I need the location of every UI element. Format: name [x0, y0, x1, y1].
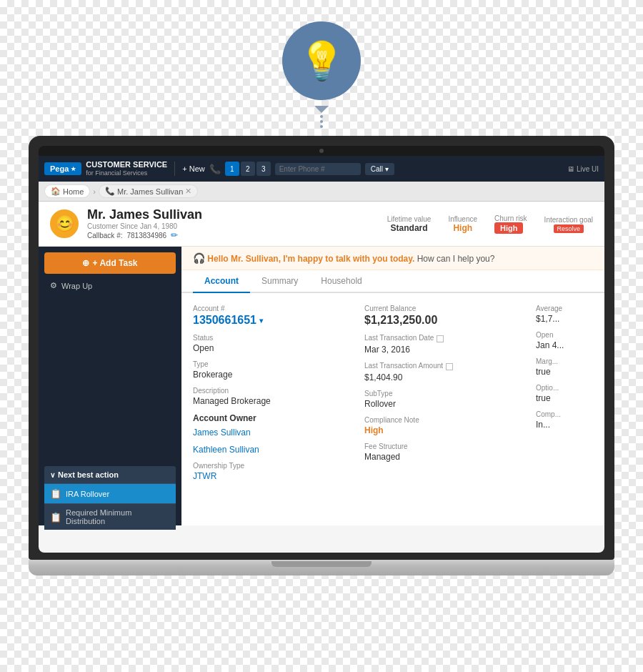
laptop-camera: [319, 149, 324, 153]
margin-value: true: [536, 367, 593, 377]
wrap-up-label: Wrap Up: [61, 282, 92, 290]
account-number-value: 1350661651: [193, 314, 256, 327]
greeting-suffix: How can I help you?: [417, 254, 495, 264]
new-button[interactable]: + New: [182, 164, 205, 173]
breadcrumb-close-icon[interactable]: ✕: [185, 187, 191, 196]
tabs-bar: Account Summary Household: [181, 270, 604, 293]
ownership-type-label: Ownership Type: [193, 462, 347, 470]
tab-summary[interactable]: Summary: [250, 270, 309, 293]
callback-number: 7813834986: [126, 232, 166, 239]
greeting-bar: 🎧 Hello Mr. Sullivan, I'm happy to talk …: [181, 247, 604, 270]
customer-meta: Lifetime value Standard Influence High C…: [387, 214, 593, 234]
pega-text: Pega: [50, 164, 69, 173]
subtype-value: Rollover: [364, 399, 519, 409]
lightbulb-section: 💡: [282, 21, 361, 128]
lightbulb-circle: 💡: [282, 21, 361, 100]
lifetime-value-label: Lifetime value: [387, 215, 432, 223]
description-label: Description: [193, 387, 347, 395]
action-item-ira[interactable]: 📋 IRA Rollover: [44, 483, 176, 503]
last-tx-amount-row: Last Transaction Amount: [364, 362, 519, 371]
last-tx-amount-checkbox[interactable]: [446, 363, 453, 370]
lifetime-value: Standard: [387, 223, 432, 233]
nav-divider: [174, 162, 175, 176]
account-content: Account # 1350661651 ▾ Status Open Type …: [181, 293, 604, 500]
add-task-button[interactable]: ⊕ + Add Task: [44, 252, 176, 274]
last-tx-date-value: Mar 3, 2016: [364, 345, 519, 355]
last-tx-date-checkbox[interactable]: [437, 335, 444, 342]
avg-label: Average: [536, 305, 593, 312]
account-number: 1350661651 ▾: [193, 314, 347, 327]
account-col-left: Account # 1350661651 ▾ Status Open Type …: [193, 305, 347, 488]
owner-kathleen[interactable]: Kathleen Sullivan: [193, 445, 347, 455]
option-label: Optio...: [536, 384, 593, 392]
next-action-label: Next best action: [58, 470, 119, 479]
top-nav: Pega ★ CUSTOMER SERVICE for Financial Se…: [39, 156, 604, 182]
laptop-screen-bezel: Pega ★ CUSTOMER SERVICE for Financial Se…: [39, 146, 604, 553]
live-ui-button[interactable]: 🖥 Live UI: [567, 165, 599, 173]
nav-tab-3[interactable]: 3: [256, 162, 271, 176]
action-label-rmd: Required Minimum Distribution: [66, 508, 170, 525]
current-balance-value: $1,213,250.00: [364, 314, 519, 327]
owner-james[interactable]: James Sullivan: [193, 428, 347, 438]
account-dropdown-icon[interactable]: ▾: [259, 317, 263, 325]
breadcrumb-customer[interactable]: 📞 Mr. James Sullivan ✕: [99, 184, 198, 198]
home-icon: 🏠: [51, 187, 61, 196]
churn-risk-section: Churn risk High: [494, 214, 527, 234]
comp-value: In...: [536, 420, 593, 430]
laptop-wrapper: Pega ★ CUSTOMER SERVICE for Financial Se…: [29, 136, 614, 658]
phone-input[interactable]: [275, 163, 361, 175]
account-owner-title: Account Owner: [193, 413, 347, 423]
churn-risk-label: Churn risk: [494, 214, 527, 222]
sidebar: ⊕ + Add Task ⚙ Wrap Up ∨ Next best actio…: [39, 247, 181, 525]
call-button[interactable]: Call ▾: [365, 163, 394, 175]
callback-row: Callback #: 7813834986 ✏: [87, 230, 202, 240]
nav-tabs: 1 2 3: [225, 162, 271, 176]
dot-1: [320, 115, 323, 118]
tab-household[interactable]: Household: [309, 270, 373, 293]
pega-star: ★: [71, 166, 76, 172]
status-value: Open: [193, 343, 347, 353]
description-value: Managed Brokerage: [193, 396, 347, 406]
chevron-icon: ∨: [50, 471, 55, 479]
influence-section: Influence High: [448, 215, 477, 233]
interaction-goal-label: Interaction goal: [544, 216, 593, 224]
arrow-down: [314, 106, 329, 128]
arrow-dots: [320, 115, 323, 128]
option-value: true: [536, 393, 593, 403]
customer-breadcrumb-label: Mr. James Sullivan: [117, 187, 183, 196]
action-icon-rmd: 📋: [50, 512, 61, 523]
main-content: 🎧 Hello Mr. Sullivan, I'm happy to talk …: [181, 247, 604, 525]
last-tx-date-label: Last Transaction Date: [364, 334, 434, 342]
last-tx-date-row: Last Transaction Date: [364, 334, 519, 343]
account-col-right: Average $1,7... Open Jan 4... Marg... tr…: [536, 305, 593, 488]
last-tx-amount-label: Last Transaction Amount: [364, 362, 443, 370]
interaction-goal-badge: Resolve: [554, 224, 584, 233]
lightbulb-icon: 💡: [299, 42, 345, 79]
tab-account[interactable]: Account: [193, 270, 250, 293]
fee-structure-label: Fee Structure: [364, 443, 519, 450]
nav-tab-1[interactable]: 1: [225, 162, 239, 176]
dot-2: [320, 120, 323, 123]
nav-title-main: CUSTOMER SERVICE: [86, 160, 167, 169]
dot-3: [320, 125, 323, 128]
comp-label: Comp...: [536, 410, 593, 418]
last-tx-amount-value: $1,404.90: [364, 372, 519, 382]
type-label: Type: [193, 360, 347, 368]
fee-structure-value: Managed: [364, 452, 519, 462]
open-label: Open: [536, 331, 593, 339]
action-label-ira: IRA Rollover: [66, 490, 109, 498]
customer-avatar: 😊: [50, 209, 79, 238]
next-action-header: ∨ Next best action: [44, 466, 176, 483]
edit-callback-icon[interactable]: ✏: [171, 230, 178, 240]
customer-info: Mr. James Sullivan Customer Since Jan 4,…: [87, 207, 202, 240]
nav-tab-2[interactable]: 2: [241, 162, 255, 176]
app-ui: Pega ★ CUSTOMER SERVICE for Financial Se…: [39, 156, 604, 553]
breadcrumb-home[interactable]: 🏠 Home: [44, 184, 90, 198]
compliance-value: High: [364, 425, 519, 435]
customer-bar: 😊 Mr. James Sullivan Customer Since Jan …: [39, 202, 604, 247]
wrap-up-button[interactable]: ⚙ Wrap Up: [44, 277, 176, 295]
influence-label: Influence: [448, 215, 477, 223]
action-item-rmd[interactable]: 📋 Required Minimum Distribution: [44, 503, 176, 530]
laptop-hinge: [271, 561, 372, 567]
type-value: Brokerage: [193, 370, 347, 380]
